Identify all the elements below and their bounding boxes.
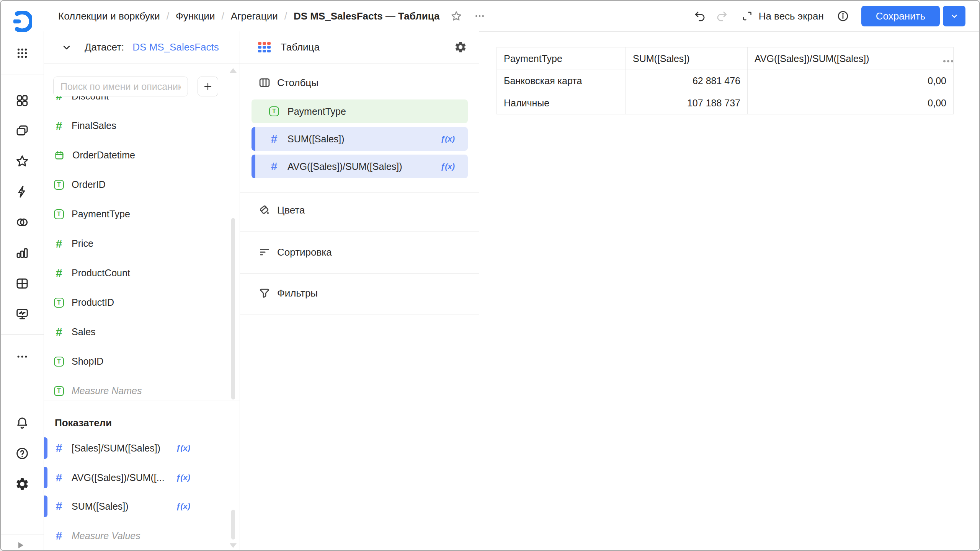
- number-field-icon: #: [268, 160, 280, 173]
- table-header-cell[interactable]: SUM([Sales]): [626, 47, 748, 70]
- field-row[interactable]: OrderDatetime: [44, 140, 228, 170]
- more-ellipsis-icon[interactable]: [14, 349, 30, 365]
- visualization-panel: Таблица Столбцы T PaymentType # SUM([Sal…: [240, 31, 479, 550]
- table-header-cell[interactable]: PaymentType: [497, 47, 626, 70]
- queries-lightning-icon[interactable]: [14, 184, 30, 200]
- breadcrumb-functions[interactable]: Функции: [176, 10, 215, 22]
- filter-funnel-icon: [258, 287, 271, 300]
- tables-grid-icon[interactable]: [14, 276, 30, 292]
- favorite-star-icon[interactable]: [450, 10, 462, 22]
- number-field-icon: #: [268, 132, 280, 145]
- formula-icon[interactable]: ƒ(x): [441, 134, 455, 143]
- save-button[interactable]: Сохранить: [861, 6, 940, 26]
- formula-icon[interactable]: ƒ(x): [176, 443, 190, 453]
- measure-row[interactable]: # [Sales]/SUM([Sales]) ƒ(x): [44, 436, 228, 460]
- measure-row[interactable]: # SUM([Sales]) ƒ(x): [44, 494, 228, 518]
- undo-icon[interactable]: [691, 8, 708, 24]
- charts-bar-icon[interactable]: [14, 245, 30, 261]
- date-field-icon: [54, 150, 65, 161]
- text-field-icon: T: [54, 357, 64, 367]
- dataset-collapse-chevron-down-icon[interactable]: [61, 42, 72, 53]
- colors-section[interactable]: Цвета: [240, 199, 479, 221]
- formula-icon[interactable]: ƒ(x): [441, 162, 455, 171]
- dataset-panel: Датасет: DS MS_SalesFacts # Discount # F…: [44, 31, 240, 550]
- apps-grid-icon[interactable]: [14, 45, 30, 61]
- connections-circles-icon[interactable]: [14, 214, 30, 230]
- text-field-icon: T: [54, 298, 64, 308]
- visualization-settings-gear-icon[interactable]: [454, 41, 467, 54]
- fullscreen-button[interactable]: На весь экран: [759, 10, 824, 22]
- measures-section-header: Показатели: [55, 417, 112, 429]
- monitoring-display-icon[interactable]: [14, 306, 30, 322]
- table-cell: Банковская карта: [497, 70, 626, 92]
- table-actions-ellipsis-icon[interactable]: [943, 60, 953, 62]
- field-row[interactable]: # Sales: [44, 317, 228, 347]
- topbar-actions: На весь экран Сохранить: [691, 6, 979, 26]
- colors-section-label: Цвета: [277, 204, 305, 216]
- text-field-icon: T: [54, 386, 64, 396]
- preview-table: PaymentType SUM([Sales]) AVG([Sales])/SU…: [497, 47, 954, 114]
- save-menu-chevron-down-icon[interactable]: [943, 6, 965, 26]
- visualization-type-label[interactable]: Таблица: [281, 41, 320, 53]
- workbooks-squares-icon[interactable]: [14, 93, 30, 109]
- measure-row[interactable]: # AVG([Sales])/SUM([... ƒ(x): [44, 465, 228, 490]
- dataset-name-link[interactable]: DS MS_SalesFacts: [132, 41, 219, 53]
- field-search-input[interactable]: [53, 77, 188, 96]
- help-question-icon[interactable]: [14, 445, 30, 461]
- settings-gear-icon[interactable]: [14, 476, 30, 492]
- fullscreen-expand-icon[interactable]: [739, 8, 756, 24]
- field-row[interactable]: # FinalSales: [44, 111, 228, 140]
- field-row[interactable]: # ProductCount: [44, 258, 228, 288]
- field-row[interactable]: T ShopID: [44, 347, 228, 376]
- column-chip-measure[interactable]: # SUM([Sales]) ƒ(x): [252, 127, 468, 151]
- fields-scroll-down-arrow[interactable]: [230, 543, 237, 548]
- column-chip-measure[interactable]: # AVG([Sales])/SUM([Sales]) ƒ(x): [252, 155, 468, 178]
- favorites-star-icon[interactable]: [14, 153, 30, 169]
- formula-icon[interactable]: ƒ(x): [176, 502, 190, 511]
- measure-accent-bar: [44, 496, 47, 517]
- notifications-bell-icon[interactable]: [14, 415, 30, 431]
- field-row[interactable]: T OrderID: [44, 170, 228, 199]
- info-icon[interactable]: [835, 8, 851, 24]
- breadcrumb-aggregations[interactable]: Агрегации: [231, 10, 278, 22]
- sorting-section[interactable]: Сортировка: [240, 241, 479, 263]
- sort-lines-icon: [258, 246, 271, 259]
- expand-sidebar-play-icon[interactable]: [12, 537, 28, 551]
- field-row[interactable]: # Price: [44, 229, 228, 258]
- table-cell: 0,00: [748, 70, 954, 92]
- table-header-cell[interactable]: AVG([Sales])/SUM([Sales]): [748, 47, 954, 70]
- collections-folders-icon[interactable]: [14, 122, 30, 139]
- number-field-icon: #: [53, 442, 65, 455]
- measure-accent-bar: [252, 127, 255, 151]
- dataset-label: Датасет:: [85, 41, 124, 53]
- number-field-icon: #: [53, 96, 65, 103]
- field-row[interactable]: T Measure Names: [44, 376, 228, 401]
- formula-icon[interactable]: ƒ(x): [176, 473, 190, 482]
- measure-row[interactable]: # Measure Values: [44, 523, 228, 548]
- field-row[interactable]: T PaymentType: [44, 199, 228, 229]
- redo-icon[interactable]: [714, 8, 730, 24]
- breadcrumb-collections[interactable]: Коллекции и воркбуки: [58, 10, 160, 22]
- number-field-icon: #: [53, 500, 65, 513]
- fields-scroll-up-arrow[interactable]: [230, 68, 237, 73]
- datalens-logo[interactable]: [11, 11, 32, 32]
- measures-scrollbar-thumb[interactable]: [231, 510, 235, 540]
- table-cell: 107 188 737: [626, 92, 748, 114]
- breadcrumb-more-ellipsis-icon[interactable]: [474, 10, 485, 22]
- measure-accent-bar: [252, 155, 255, 178]
- columns-icon: [258, 76, 271, 89]
- sorting-section-label: Сортировка: [277, 246, 332, 258]
- breadcrumb-separator: /: [284, 10, 287, 22]
- field-row[interactable]: # Discount: [44, 96, 228, 111]
- filters-section[interactable]: Фильтры: [240, 282, 479, 304]
- column-chip-dimension[interactable]: T PaymentType: [252, 99, 468, 123]
- breadcrumb-separator: /: [221, 10, 224, 22]
- columns-section[interactable]: Столбцы: [240, 72, 479, 93]
- add-field-button[interactable]: [198, 77, 218, 96]
- number-field-icon: #: [53, 471, 65, 484]
- chart-preview-area: PaymentType SUM([Sales]) AVG([Sales])/SU…: [480, 32, 979, 550]
- field-row[interactable]: T ProductID: [44, 288, 228, 317]
- table-cell: Наличные: [497, 92, 626, 114]
- dimensions-scrollbar-thumb[interactable]: [231, 218, 235, 399]
- table-widget-icon[interactable]: [258, 42, 271, 52]
